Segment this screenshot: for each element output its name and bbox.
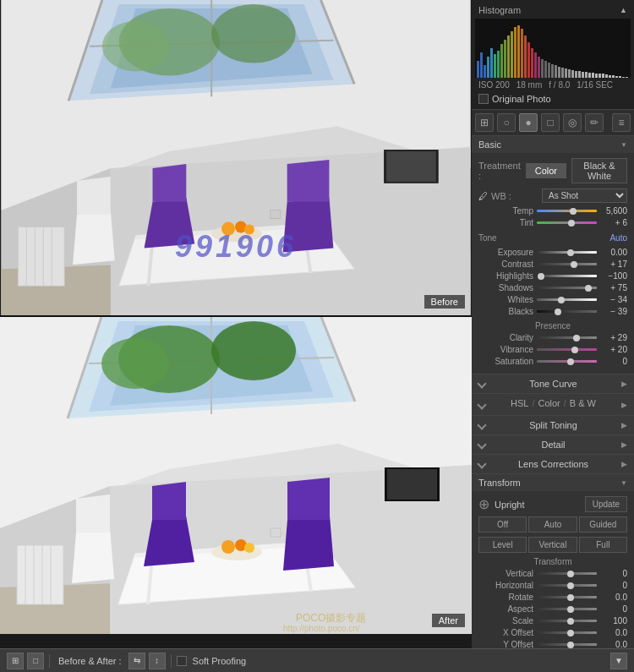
hsl-link[interactable]: HSL bbox=[511, 398, 528, 408]
basic-panel-header[interactable]: Transform Basic ▼ bbox=[472, 136, 634, 153]
vibrance-track bbox=[537, 348, 597, 351]
svg-rect-91 bbox=[527, 42, 530, 78]
upright-vertical-btn[interactable]: Vertical bbox=[528, 537, 577, 553]
histogram-canvas bbox=[475, 19, 631, 78]
bw-btn[interactable]: Black & White bbox=[571, 158, 627, 183]
wb-dropdown[interactable]: As Shot bbox=[542, 188, 627, 203]
transform-scale-thumb[interactable] bbox=[567, 618, 574, 625]
camera-info: ISO 200 18 mm f / 8.0 1/16 SEC bbox=[475, 78, 631, 92]
transform-aspect-thumb[interactable] bbox=[567, 606, 574, 613]
color-link[interactable]: Color bbox=[538, 398, 560, 408]
temp-thumb[interactable] bbox=[570, 208, 577, 215]
detail-chevron: ▶ bbox=[621, 440, 627, 449]
tint-thumb[interactable] bbox=[568, 220, 575, 227]
upright-guided-btn[interactable]: Guided bbox=[579, 516, 627, 533]
transform-horizontal-value: 0 bbox=[600, 581, 627, 590]
shadows-thumb[interactable] bbox=[585, 285, 592, 292]
before-after-icon-1[interactable]: ⇆ bbox=[128, 653, 145, 669]
color-btn[interactable]: Color bbox=[526, 163, 566, 178]
upright-off-btn[interactable]: Off bbox=[478, 516, 527, 533]
temp-row: Temp 5,600 bbox=[478, 206, 627, 216]
blacks-row: Blacks − 39 bbox=[478, 307, 627, 316]
hsl-panel[interactable]: HSL / Color / B & W ▶ bbox=[472, 394, 634, 416]
upright-buttons-row1: Off Auto Guided bbox=[478, 516, 627, 533]
upright-full-btn[interactable]: Full bbox=[579, 537, 627, 553]
spot-removal-tool[interactable]: ○ bbox=[497, 113, 516, 132]
transform-yoffset-row: Y Offset 0.0 bbox=[478, 640, 627, 648]
svg-rect-95 bbox=[541, 59, 544, 78]
toolbar-sep-2 bbox=[171, 654, 172, 668]
transform-yoffset-track bbox=[537, 643, 597, 646]
red-eye-tool[interactable]: ● bbox=[519, 113, 538, 132]
before-after-icon-2[interactable]: ↕ bbox=[149, 653, 166, 669]
split-toning-label: Split Toning bbox=[529, 420, 577, 430]
update-btn[interactable]: Update bbox=[585, 496, 627, 512]
soft-proof-row: Soft Proofing bbox=[177, 656, 250, 666]
tone-curve-panel[interactable]: Tone Curve ▶ bbox=[472, 374, 634, 394]
saturation-thumb[interactable] bbox=[567, 358, 574, 365]
tone-row: Tone Auto bbox=[478, 230, 627, 245]
transform-xoffset-thumb[interactable] bbox=[567, 630, 574, 636]
transform-xoffset-value: 0.0 bbox=[600, 628, 627, 637]
toolbar-settings[interactable]: ▼ bbox=[610, 653, 627, 669]
tone-auto[interactable]: Auto bbox=[609, 233, 627, 243]
detail-panel[interactable]: Detail ▶ bbox=[472, 435, 634, 455]
histogram-expand[interactable]: ▲ bbox=[620, 6, 627, 14]
upright-header: ⊕ Upright Update bbox=[478, 496, 627, 512]
highlights-thumb[interactable] bbox=[538, 273, 544, 280]
blacks-thumb[interactable] bbox=[555, 309, 561, 315]
clarity-label: Clarity bbox=[478, 333, 533, 342]
settings-tool[interactable]: ≡ bbox=[612, 113, 631, 132]
wb-eyedropper[interactable]: 🖊 bbox=[478, 191, 488, 201]
contrast-thumb[interactable] bbox=[571, 261, 577, 268]
upright-buttons-row2: Level Vertical Full bbox=[478, 537, 627, 553]
exposure-thumb[interactable] bbox=[567, 249, 574, 256]
transform-rotate-thumb[interactable] bbox=[567, 594, 574, 601]
exposure-value: 0.00 bbox=[600, 248, 627, 257]
radial-filter-tool[interactable]: ◎ bbox=[563, 113, 582, 132]
highlights-track bbox=[537, 275, 597, 277]
toolbar-icon-2[interactable]: □ bbox=[27, 653, 44, 669]
soft-proof-checkbox[interactable] bbox=[177, 656, 187, 666]
upright-move-icon[interactable]: ⊕ bbox=[478, 496, 489, 512]
clarity-thumb[interactable] bbox=[573, 335, 580, 341]
upright-label: Upright bbox=[495, 500, 585, 510]
svg-rect-116 bbox=[612, 75, 615, 78]
svg-rect-94 bbox=[538, 57, 540, 78]
tint-value: + 6 bbox=[600, 218, 627, 227]
whites-thumb[interactable] bbox=[558, 297, 565, 303]
transform-rotate-row: Rotate 0.0 bbox=[478, 593, 627, 602]
svg-rect-87 bbox=[514, 27, 516, 78]
wb-label: WB : bbox=[491, 191, 542, 201]
transform-horizontal-track bbox=[537, 584, 597, 587]
graduated-filter-tool[interactable]: □ bbox=[541, 113, 560, 132]
vibrance-label: Vibrance bbox=[478, 345, 533, 354]
bw-link[interactable]: B & W bbox=[570, 398, 596, 408]
transform-panel-header[interactable]: Transform ▼ bbox=[472, 474, 634, 491]
shadows-row: Shadows + 75 bbox=[478, 283, 627, 292]
original-photo-checkbox[interactable] bbox=[478, 94, 489, 104]
vibrance-thumb[interactable] bbox=[571, 347, 578, 353]
lens-corrections-panel[interactable]: Lens Corrections ▶ bbox=[472, 455, 634, 474]
svg-rect-73 bbox=[271, 528, 281, 537]
exposure-track bbox=[537, 251, 597, 254]
svg-rect-86 bbox=[511, 31, 513, 78]
shadows-value: + 75 bbox=[600, 283, 627, 292]
split-toning-panel[interactable]: Split Toning ▶ bbox=[472, 416, 634, 435]
basic-panel-triangle: ▼ bbox=[620, 141, 627, 149]
upright-auto-btn[interactable]: Auto bbox=[528, 516, 577, 533]
upright-level-btn[interactable]: Level bbox=[478, 537, 527, 553]
svg-rect-90 bbox=[524, 36, 527, 78]
toolbar-icon-1[interactable]: ⊞ bbox=[7, 653, 24, 669]
shadows-track bbox=[537, 287, 597, 289]
crop-tool[interactable]: ⊞ bbox=[475, 113, 494, 132]
transform-yoffset-thumb[interactable] bbox=[567, 642, 574, 648]
transform-vertical-row: Vertical 0 bbox=[478, 569, 627, 578]
svg-rect-103 bbox=[568, 69, 571, 78]
detail-label: Detail bbox=[541, 440, 565, 450]
transform-vertical-thumb[interactable] bbox=[567, 571, 574, 577]
svg-point-59 bbox=[244, 543, 254, 553]
adjustment-brush-tool[interactable]: ✏ bbox=[585, 113, 604, 132]
transform-horizontal-thumb[interactable] bbox=[567, 582, 574, 589]
svg-rect-118 bbox=[619, 76, 621, 78]
